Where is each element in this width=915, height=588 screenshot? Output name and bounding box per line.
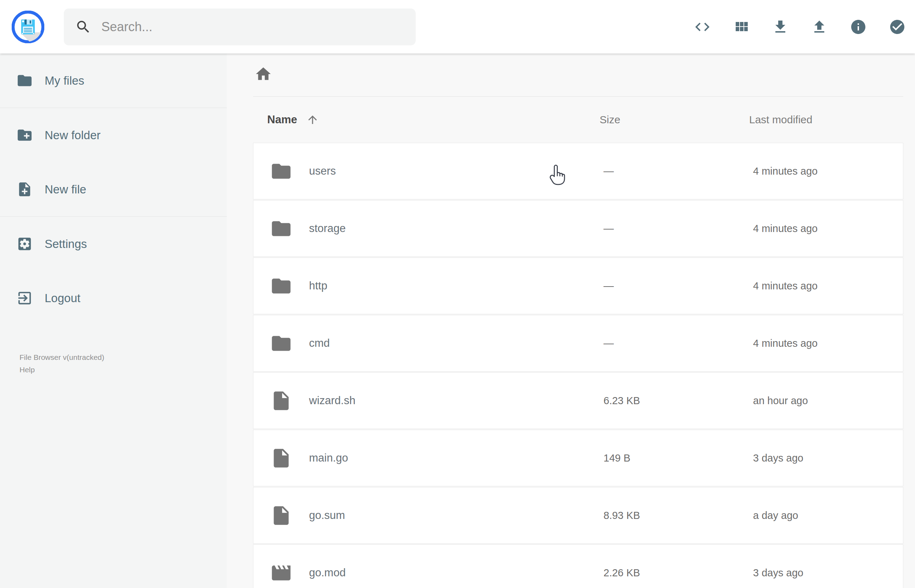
file-browser-logo[interactable]: [12, 11, 44, 43]
file-name: wizard.sh: [309, 394, 356, 407]
column-header-size[interactable]: Size: [600, 114, 749, 126]
sidebar: My files New folder New file Settings Lo…: [0, 53, 227, 588]
sidebar-item-label: Settings: [45, 237, 87, 251]
new-file-icon: [16, 181, 33, 198]
file-size: —: [599, 165, 614, 177]
breadcrumb: [253, 53, 903, 82]
file-modified: 4 minutes ago: [749, 165, 818, 177]
search-input[interactable]: [101, 19, 392, 34]
check-circle-icon: [889, 18, 906, 36]
column-header-modified[interactable]: Last modified: [749, 114, 903, 126]
select-multiple-button[interactable]: [889, 18, 906, 36]
upload-icon: [811, 18, 828, 36]
file-modified: a day ago: [749, 510, 798, 522]
file-size: —: [599, 338, 614, 349]
file-size: 2.26 KB: [599, 567, 640, 579]
folder-icon: [270, 275, 293, 297]
folder-icon: [270, 218, 293, 240]
file-size: 6.23 KB: [599, 395, 640, 407]
folder-icon: [270, 160, 293, 183]
file-modified: 3 days ago: [749, 567, 803, 579]
raw-view-button[interactable]: [694, 18, 711, 36]
file-size: 149 B: [599, 452, 630, 464]
file-row[interactable]: wizard.sh6.23 KBan hour ago: [253, 372, 903, 429]
switch-view-button[interactable]: [733, 18, 750, 36]
home-icon: [254, 65, 272, 83]
search-bar[interactable]: [64, 8, 416, 45]
floppy-disk-logo-icon: [12, 11, 44, 43]
movie-icon: [270, 562, 293, 584]
file-size: —: [599, 280, 614, 292]
file-modified: 4 minutes ago: [749, 338, 818, 349]
sidebar-item-settings[interactable]: Settings: [0, 217, 227, 271]
file-name: storage: [309, 222, 346, 235]
info-button[interactable]: [850, 18, 867, 36]
file-icon: [270, 389, 293, 412]
sidebar-item-new-file[interactable]: New file: [0, 162, 227, 216]
column-header-name[interactable]: Name: [253, 113, 600, 126]
header-actions: [694, 18, 906, 36]
top-bar: [0, 0, 915, 53]
sidebar-item-my-files[interactable]: My files: [0, 53, 227, 108]
file-row[interactable]: users—4 minutes ago: [253, 143, 903, 199]
sidebar-footer: File Browser v(untracked) Help: [19, 351, 104, 376]
file-name: cmd: [309, 337, 330, 350]
file-modified: 4 minutes ago: [749, 280, 818, 292]
file-name: http: [309, 279, 327, 292]
folder-icon: [16, 72, 33, 89]
search-icon: [75, 19, 91, 35]
file-modified: an hour ago: [749, 395, 808, 407]
sidebar-item-label: New file: [45, 183, 86, 196]
help-link[interactable]: Help: [19, 363, 35, 376]
file-size: 8.93 KB: [599, 510, 640, 522]
sidebar-item-label: New folder: [45, 129, 101, 142]
file-row[interactable]: go.mod2.26 KB3 days ago: [253, 544, 903, 588]
file-name: go.mod: [309, 566, 346, 579]
file-row[interactable]: main.go149 B3 days ago: [253, 430, 903, 486]
file-name: go.sum: [309, 509, 345, 522]
file-row[interactable]: storage—4 minutes ago: [253, 200, 903, 257]
listing-header-row: Name Size Last modified: [253, 97, 903, 143]
download-icon: [772, 18, 789, 36]
file-listing: Name Size Last modified users—4 minutes …: [253, 53, 903, 588]
file-name: main.go: [309, 452, 348, 464]
sidebar-item-label: My files: [45, 74, 84, 87]
sidebar-item-label: Logout: [45, 292, 81, 305]
file-row[interactable]: cmd—4 minutes ago: [253, 315, 903, 372]
file-icon: [270, 447, 293, 469]
file-modified: 3 days ago: [749, 452, 803, 464]
download-button[interactable]: [772, 18, 789, 36]
logout-icon: [16, 290, 33, 306]
app-version-text: File Browser v(untracked): [19, 351, 104, 363]
breadcrumb-home-button[interactable]: [254, 65, 272, 83]
grid-view-icon: [733, 18, 750, 36]
folder-icon: [270, 332, 293, 355]
upload-button[interactable]: [811, 18, 828, 36]
file-list: users—4 minutes agostorage—4 minutes ago…: [253, 143, 903, 588]
main-content: Name Size Last modified users—4 minutes …: [227, 53, 915, 588]
sort-arrow-up-icon: [306, 113, 319, 126]
file-row[interactable]: http—4 minutes ago: [253, 257, 903, 314]
sidebar-item-new-folder[interactable]: New folder: [0, 108, 227, 162]
new-folder-icon: [16, 127, 33, 144]
file-modified: 4 minutes ago: [749, 223, 818, 234]
column-header-name-label: Name: [267, 113, 297, 126]
settings-gear-icon: [16, 236, 33, 252]
file-row[interactable]: go.sum8.93 KBa day ago: [253, 487, 903, 544]
sidebar-item-logout[interactable]: Logout: [0, 271, 227, 325]
file-icon: [270, 504, 293, 527]
info-circle-icon: [850, 18, 867, 36]
file-size: —: [599, 223, 614, 234]
code-brackets-icon: [694, 18, 711, 36]
file-name: users: [309, 165, 336, 178]
